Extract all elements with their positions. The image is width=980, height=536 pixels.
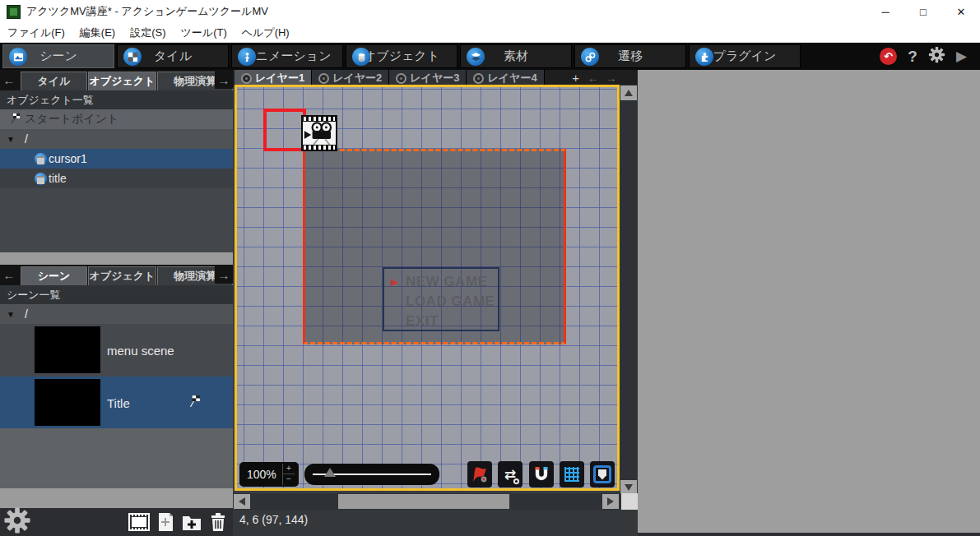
menu-tools[interactable]: ツール(T) (174, 23, 235, 42)
expander-icon[interactable]: ▼ (7, 310, 18, 319)
canvas-area: レイヤー1 レイヤー2 レイヤー3 レイヤー4 + ← → (233, 70, 638, 536)
tab-object[interactable]: オブジェクト (88, 266, 156, 285)
object-panel-tabbar: ← タイル オブジェクト 物理演算 → (0, 70, 233, 90)
list-item-label: / (25, 132, 28, 146)
film-holes (304, 146, 335, 150)
tab-scene[interactable]: シーン (21, 266, 87, 285)
zoom-plus-button[interactable]: + (283, 464, 295, 474)
toolbar-tab-label: オブジェクト (364, 49, 439, 64)
tabbar-right-arrow[interactable]: → (215, 266, 233, 284)
film-frame (303, 122, 336, 145)
menu-file[interactable]: ファイル(F) (0, 23, 72, 42)
list-item-title[interactable]: title (0, 169, 233, 188)
toolbar-tab-scene[interactable]: シーン (2, 44, 114, 68)
scroll-up-button[interactable] (620, 85, 637, 100)
list-item-cursor1[interactable]: cursor1 (0, 149, 233, 169)
toolbar-tab-label: シーン (39, 49, 77, 64)
layer-tab-2[interactable]: レイヤー2 (312, 70, 389, 86)
menu-help[interactable]: ヘルプ(H) (235, 23, 297, 42)
menu-cursor-icon: ▶ (391, 276, 406, 288)
layer-visibility-icon[interactable] (473, 73, 484, 84)
scene-list-header: シーン一覧 (0, 285, 233, 304)
expander-icon[interactable]: ▼ (7, 135, 18, 144)
scene-row-title[interactable]: Title (0, 377, 233, 428)
maximize-button[interactable]: □ (904, 0, 942, 23)
toolbar-tab-tile[interactable]: タイル (117, 44, 229, 68)
list-item-start-point[interactable]: スタートポイント (0, 109, 233, 129)
film-holes (304, 117, 335, 121)
zoom-minus-button[interactable]: − (283, 474, 295, 485)
tabbar-left-arrow[interactable]: ← (0, 266, 18, 284)
scene-thumbnail (35, 326, 100, 373)
horizontal-scroll-thumb[interactable] (338, 494, 509, 509)
tab-tile[interactable]: タイル (21, 72, 87, 90)
scene-canvas-frame: ▶ NEW GAME LOAD GAME EXIT 100% + − (235, 85, 620, 491)
tabbar-right-arrow[interactable]: → (215, 72, 233, 89)
settings-gear-button[interactable] (928, 46, 945, 67)
toolbar-tab-plugin[interactable]: プラグイン (689, 44, 801, 68)
toolbar-tab-label: タイル (154, 49, 192, 64)
layer-visibility-icon[interactable] (396, 73, 406, 84)
toolbar-tab-transition[interactable]: 遷移 (574, 44, 686, 68)
grid-toggle-button[interactable] (560, 461, 584, 487)
layer-tab-4[interactable]: レイヤー4 (467, 70, 544, 86)
settings-gear-icon[interactable] (3, 506, 31, 536)
layer-prev-arrow[interactable]: ← (584, 72, 602, 85)
layer-tab-label: レイヤー2 (332, 71, 382, 85)
layer-visibility-icon[interactable] (241, 73, 252, 84)
run-button[interactable]: ▶ (956, 48, 967, 65)
help-button[interactable]: ? (908, 48, 917, 66)
folder-label: / (25, 307, 28, 321)
layer-next-arrow[interactable]: → (602, 72, 620, 85)
zoom-stepper[interactable]: + − (282, 464, 295, 485)
list-item-label: title (49, 172, 67, 185)
undo-button[interactable]: ↶ (880, 48, 897, 65)
menu-edit[interactable]: 編集(E) (72, 23, 123, 42)
swap-visibility-tool-button[interactable]: ⇄ (498, 461, 523, 487)
map-bounds-tool-button[interactable] (590, 461, 615, 487)
camera-start-icon[interactable] (301, 115, 337, 151)
layer-tab-label: レイヤー3 (410, 71, 459, 85)
minimize-button[interactable]: ─ (866, 0, 904, 23)
toolbar-tab-object[interactable]: オブジェクト (346, 44, 457, 68)
trash-button[interactable] (207, 511, 230, 533)
horizontal-scrollbar[interactable] (233, 493, 638, 510)
grid-icon (564, 467, 579, 482)
filmstrip-button[interactable] (128, 511, 151, 533)
menu-item-load-game: LOAD GAME (391, 292, 498, 312)
bottom-left-toolbar (0, 508, 233, 536)
vertical-scrollbar[interactable] (620, 85, 638, 496)
menu-settings[interactable]: 設定(S) (123, 23, 173, 42)
menu-item-exit: EXIT (391, 312, 498, 331)
scene-canvas[interactable]: ▶ NEW GAME LOAD GAME EXIT 100% + − (237, 87, 617, 488)
status-bar: 4, 6 (97, 144) (233, 510, 638, 536)
toolbar-tab-material[interactable]: 素材 (460, 44, 572, 68)
new-page-button[interactable] (154, 511, 177, 533)
flag-tool-button[interactable] (467, 461, 492, 487)
zoom-control[interactable]: 100% + − (239, 462, 299, 487)
scene-row-menu-scene[interactable]: menu scene (0, 324, 233, 376)
layer-tab-3[interactable]: レイヤー3 (389, 70, 467, 86)
scene-root-folder[interactable]: ▼ / (0, 304, 233, 324)
toolbar-tab-animation[interactable]: アニメーション (231, 44, 343, 68)
tabbar-left-arrow[interactable]: ← (0, 72, 18, 89)
add-layer-button[interactable]: + (568, 71, 584, 85)
start-scene-flag-icon (188, 395, 201, 411)
layer-tab-1[interactable]: レイヤー1 (235, 70, 312, 86)
slider-thumb[interactable] (324, 468, 336, 477)
scroll-right-button[interactable] (602, 494, 619, 509)
plugin-icon (695, 48, 713, 66)
close-button[interactable]: ✕ (942, 0, 980, 23)
new-folder-button[interactable] (180, 511, 203, 533)
zoom-slider[interactable] (304, 464, 439, 485)
tab-object[interactable]: オブジェクト (88, 72, 156, 90)
panel-splitter[interactable] (0, 252, 233, 265)
transition-icon (581, 48, 599, 66)
magnet-tool-button[interactable] (529, 461, 554, 487)
right-empty-panel (638, 70, 980, 533)
layer-visibility-icon[interactable] (318, 73, 329, 84)
scroll-left-button[interactable] (234, 494, 250, 509)
scene-icon (9, 48, 27, 66)
tile-icon (123, 48, 142, 66)
list-item-root-folder[interactable]: ▼ / (0, 129, 233, 149)
